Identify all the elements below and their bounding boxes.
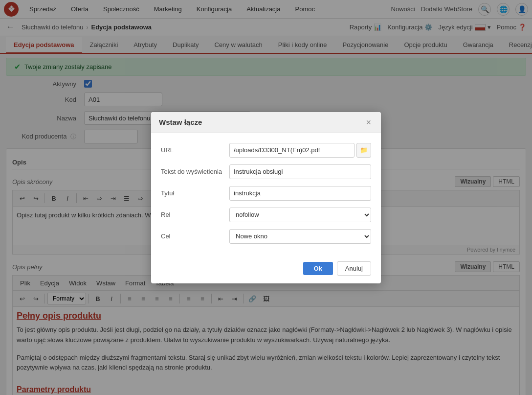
modal-tekst-label: Tekst do wyświetlenia: [161, 168, 229, 175]
modal-cel-select[interactable]: Nowe okno To samo okno Rodzic Góra: [229, 229, 371, 244]
modal-url-wrap: 📁: [229, 143, 371, 158]
modal-cel-row: Cel Nowe okno To samo okno Rodzic Góra: [161, 229, 371, 244]
modal-header: Wstaw łącze ×: [151, 112, 381, 133]
modal-tytul-input[interactable]: [229, 186, 371, 201]
modal-url-label: URL: [161, 146, 229, 154]
modal-wstaw-lacze: Wstaw łącze × URL 📁 Tekst do wyświetleni…: [151, 112, 381, 283]
modal-rel-wrap: nofollow noopener noreferrer: [229, 208, 371, 222]
modal-tytul-row: Tytuł: [161, 186, 371, 201]
modal-url-input[interactable]: [229, 143, 355, 158]
modal-title: Wstaw łącze: [159, 118, 202, 126]
modal-body: URL 📁 Tekst do wyświetlenia Tytuł: [151, 133, 381, 256]
modal-overlay[interactable]: Wstaw łącze × URL 📁 Tekst do wyświetleni…: [0, 0, 532, 395]
modal-tekst-input[interactable]: [229, 164, 371, 179]
modal-url-row: URL 📁: [161, 143, 371, 158]
modal-cel-wrap: Nowe okno To samo okno Rodzic Góra: [229, 229, 371, 244]
modal-tekst-row: Tekst do wyświetlenia: [161, 164, 371, 179]
modal-footer: Ok Anuluj: [151, 256, 381, 283]
modal-tytul-wrap: [229, 186, 371, 201]
modal-rel-label: Rel: [161, 211, 229, 218]
modal-rel-row: Rel nofollow noopener noreferrer: [161, 208, 371, 222]
modal-close-btn[interactable]: ×: [364, 118, 373, 127]
modal-rel-select[interactable]: nofollow noopener noreferrer: [229, 208, 371, 222]
modal-tytul-label: Tytuł: [161, 189, 229, 197]
modal-browse-btn[interactable]: 📁: [356, 143, 371, 158]
modal-tekst-wrap: [229, 164, 371, 179]
modal-ok-btn[interactable]: Ok: [303, 262, 333, 275]
modal-cel-label: Cel: [161, 232, 229, 240]
modal-cancel-btn[interactable]: Anuluj: [337, 261, 371, 276]
